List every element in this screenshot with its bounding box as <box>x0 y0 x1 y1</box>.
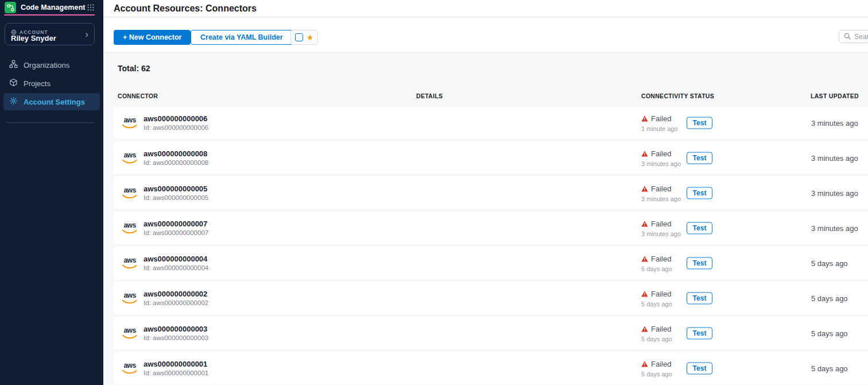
total-value: 62 <box>141 64 150 73</box>
last-updated-cell: 3 minutes ago <box>811 118 858 127</box>
connector-name: aws000000000006 <box>144 114 208 123</box>
favorites-filter[interactable]: ★ <box>290 30 318 45</box>
toolbar: + New Connector Create via YAML Builder … <box>103 18 868 53</box>
status-label: Failed <box>651 290 671 298</box>
connector-id: Id: aws000000000008 <box>144 159 208 166</box>
aws-logo-text: aws <box>123 362 135 369</box>
aws-logo-text: aws <box>123 222 135 229</box>
status-time: 5 days ago <box>641 301 672 307</box>
test-button[interactable]: Test <box>687 187 712 199</box>
connector-cell: aws aws000000000002 Id: aws000000000002 <box>122 282 208 314</box>
test-button[interactable]: Test <box>687 117 712 129</box>
test-button[interactable]: Test <box>687 152 712 164</box>
sidebar-item-account-settings[interactable]: Account Settings <box>3 93 100 110</box>
aws-logo-icon: aws <box>122 257 138 270</box>
connectivity-status-cell: Failed 5 days ago <box>641 254 672 272</box>
connectivity-status-cell: Failed 3 minutes ago <box>641 184 681 202</box>
sidebar-item-projects[interactable]: Projects <box>3 75 100 92</box>
account-name: Riley Snyder <box>11 34 56 43</box>
search-box[interactable] <box>839 30 868 43</box>
aws-logo-icon: aws <box>122 222 138 234</box>
table-row[interactable]: aws aws000000000005 Id: aws000000000005 <box>114 176 868 209</box>
aws-logo-text: aws <box>123 257 135 264</box>
table-row[interactable]: aws aws000000000004 Id: aws000000000004 <box>114 247 868 279</box>
connector-name: aws000000000001 <box>144 360 208 368</box>
connectivity-status-cell: Failed 5 days ago <box>641 289 672 307</box>
table-row[interactable]: aws aws000000000003 Id: aws000000000003 <box>114 317 868 349</box>
warning-triangle-icon <box>641 289 648 299</box>
warning-triangle-icon <box>641 149 648 159</box>
search-input[interactable] <box>854 33 868 41</box>
last-updated-cell: 3 minutes ago <box>811 224 858 232</box>
connectivity-status-cell: Failed 3 minutes ago <box>641 149 681 167</box>
warning-triangle-icon <box>641 184 648 194</box>
app-window: Code Management ACCOUNT Riley Snyder <box>0 0 868 385</box>
code-management-logo-icon[interactable] <box>5 2 16 13</box>
status-label: Failed <box>651 325 671 333</box>
sidebar: Code Management ACCOUNT Riley Snyder <box>0 0 103 385</box>
table-row[interactable]: aws aws000000000007 Id: aws000000000007 <box>114 211 868 244</box>
test-button[interactable]: Test <box>687 362 712 374</box>
last-updated-cell: 5 days ago <box>811 259 848 267</box>
connector-cell: aws aws000000000007 Id: aws000000000007 <box>122 211 208 244</box>
last-updated-cell: 5 days ago <box>811 329 848 337</box>
page-header: Account Resources: Connectors <box>103 0 868 17</box>
status-label: Failed <box>651 184 671 193</box>
new-connector-button[interactable]: + New Connector <box>114 30 191 45</box>
aws-logo-text: aws <box>123 292 135 299</box>
favorites-checkbox[interactable] <box>295 33 303 41</box>
module-title: Code Management <box>21 3 86 11</box>
connector-id: Id: aws000000000005 <box>144 194 208 201</box>
status-time: 5 days ago <box>641 371 672 378</box>
table-row[interactable]: aws aws000000000008 Id: aws000000000008 <box>114 141 868 174</box>
total-count: Total: 62 <box>118 64 150 73</box>
connectivity-status-cell: Failed 3 minutes ago <box>641 219 681 237</box>
test-button[interactable]: Test <box>687 292 712 304</box>
connectivity-status-cell: Failed 5 days ago <box>641 359 672 378</box>
connectivity-status-cell: Failed 5 days ago <box>641 324 672 342</box>
module-switcher-grid-icon[interactable] <box>87 3 94 13</box>
status-label: Failed <box>651 255 671 263</box>
connector-id: Id: aws000000000004 <box>144 264 208 271</box>
sidebar-item-label: Account Settings <box>24 98 85 106</box>
last-updated-cell: 3 minutes ago <box>811 153 858 162</box>
connectivity-status-cell: Failed 1 minute ago <box>641 114 678 132</box>
organizations-icon <box>9 60 18 71</box>
aws-logo-text: aws <box>123 327 135 334</box>
warning-triangle-icon <box>641 324 648 334</box>
sidebar-item-label: Organizations <box>24 61 69 70</box>
aws-logo-icon: aws <box>122 152 138 164</box>
table-row[interactable]: aws aws000000000002 Id: aws000000000002 <box>114 282 868 314</box>
test-button[interactable]: Test <box>687 257 712 269</box>
connector-id: Id: aws000000000007 <box>144 229 208 236</box>
create-via-yaml-builder-button[interactable]: Create via YAML Builder <box>191 30 293 45</box>
sidebar-header: Code Management <box>0 0 103 14</box>
connector-id: Id: aws000000000002 <box>144 299 208 306</box>
connector-id: Id: aws000000000003 <box>144 334 208 341</box>
table-row[interactable]: aws aws000000000001 Id: aws000000000001 <box>114 352 868 384</box>
connector-cell: aws aws000000000001 Id: aws000000000001 <box>122 352 208 384</box>
status-time: 3 minutes ago <box>641 160 681 167</box>
table-row[interactable]: aws aws000000000006 Id: aws000000000006 <box>114 106 868 139</box>
aws-logo-text: aws <box>123 187 135 194</box>
status-time: 3 minutes ago <box>641 230 681 237</box>
sidebar-item-label: Projects <box>24 79 51 88</box>
aws-logo-text: aws <box>123 117 135 124</box>
total-label: Total: <box>118 64 139 73</box>
main-content: Account Resources: Connectors + New Conn… <box>103 0 868 385</box>
connector-cell: aws aws000000000005 Id: aws000000000005 <box>122 176 208 209</box>
connector-list: aws aws000000000006 Id: aws000000000006 <box>103 106 868 385</box>
last-updated-cell: 3 minutes ago <box>811 188 858 197</box>
connector-name: aws000000000005 <box>144 184 208 193</box>
test-button[interactable]: Test <box>687 327 712 339</box>
table-header-row: CONNECTOR DETAILS CONNECTIVITY STATUS LA… <box>103 93 868 101</box>
test-button[interactable]: Test <box>687 222 712 234</box>
star-icon: ★ <box>307 33 314 41</box>
connector-cell: aws aws000000000003 Id: aws000000000003 <box>122 317 208 349</box>
sidebar-item-organizations[interactable]: Organizations <box>3 56 100 74</box>
chevron-right-icon: › <box>85 29 88 38</box>
connector-cell: aws aws000000000006 Id: aws000000000006 <box>122 106 208 139</box>
connector-name: aws000000000008 <box>144 149 208 158</box>
account-selector[interactable]: ACCOUNT Riley Snyder › <box>5 23 95 45</box>
status-label: Failed <box>651 114 671 123</box>
